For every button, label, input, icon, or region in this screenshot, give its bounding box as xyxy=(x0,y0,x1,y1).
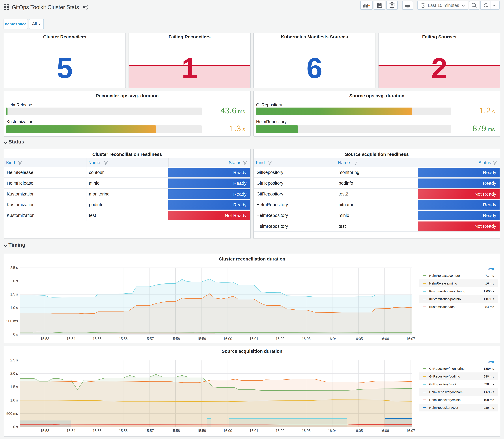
svg-text:16:06: 16:06 xyxy=(380,337,389,341)
svg-text:0 s: 0 s xyxy=(13,425,18,429)
svg-text:15:58: 15:58 xyxy=(171,429,180,433)
svg-text:15:56: 15:56 xyxy=(119,429,128,433)
svg-text:2.5 s: 2.5 s xyxy=(10,266,18,270)
svg-text:16:07: 16:07 xyxy=(406,429,415,433)
svg-text:500 ms: 500 ms xyxy=(6,412,18,415)
svg-text:15:53: 15:53 xyxy=(40,429,49,433)
svg-text:15:59: 15:59 xyxy=(197,337,206,341)
svg-text:16:03: 16:03 xyxy=(302,429,311,433)
svg-text:2.0 s: 2.0 s xyxy=(10,279,18,283)
svg-text:16:06: 16:06 xyxy=(380,429,389,433)
svg-text:2.5 s: 2.5 s xyxy=(10,358,18,362)
svg-text:0 s: 0 s xyxy=(13,332,18,336)
svg-text:15:59: 15:59 xyxy=(197,429,206,433)
svg-text:16:01: 16:01 xyxy=(250,429,258,433)
svg-text:15:57: 15:57 xyxy=(145,429,154,433)
svg-text:16:02: 16:02 xyxy=(276,337,284,341)
svg-text:15:55: 15:55 xyxy=(93,337,102,341)
svg-text:16:01: 16:01 xyxy=(250,337,258,341)
svg-text:15:58: 15:58 xyxy=(171,337,180,341)
svg-text:1.0 s: 1.0 s xyxy=(10,398,18,402)
svg-text:16:05: 16:05 xyxy=(354,337,363,341)
svg-text:2.0 s: 2.0 s xyxy=(10,372,18,376)
svg-text:1.5 s: 1.5 s xyxy=(10,292,18,296)
svg-text:15:55: 15:55 xyxy=(93,429,102,433)
svg-text:15:56: 15:56 xyxy=(119,337,128,341)
svg-text:15:54: 15:54 xyxy=(67,429,75,433)
svg-text:15:53: 15:53 xyxy=(40,337,49,341)
svg-text:16:04: 16:04 xyxy=(328,337,337,341)
svg-text:16:07: 16:07 xyxy=(406,337,415,341)
svg-text:15:57: 15:57 xyxy=(145,337,154,341)
svg-text:16:00: 16:00 xyxy=(223,429,232,433)
svg-text:1.0 s: 1.0 s xyxy=(10,306,18,310)
svg-text:16:02: 16:02 xyxy=(276,429,284,433)
svg-text:1.5 s: 1.5 s xyxy=(10,385,18,389)
svg-text:16:05: 16:05 xyxy=(354,429,363,433)
svg-text:15:54: 15:54 xyxy=(67,337,75,341)
svg-text:16:00: 16:00 xyxy=(223,337,232,341)
svg-text:16:04: 16:04 xyxy=(328,429,337,433)
svg-text:500 ms: 500 ms xyxy=(6,319,18,323)
svg-text:16:03: 16:03 xyxy=(302,337,311,341)
